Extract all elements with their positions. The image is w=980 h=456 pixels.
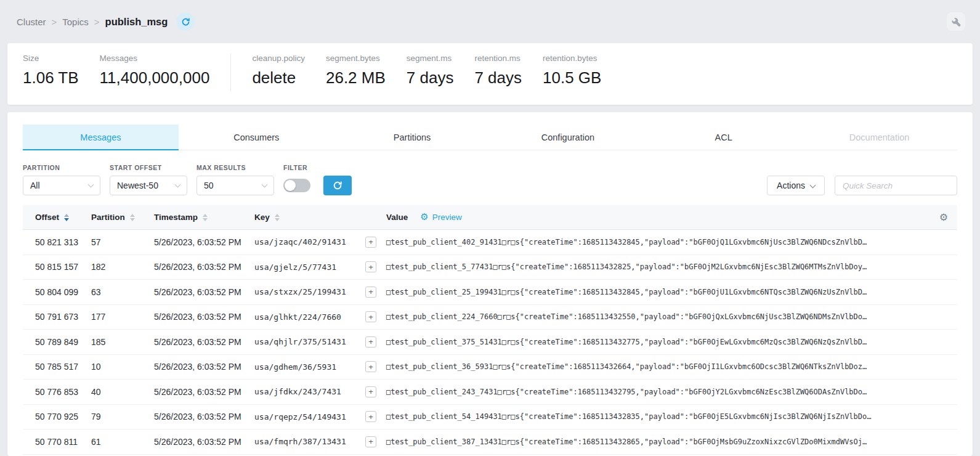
plus-icon: +	[368, 413, 373, 421]
actions-button[interactable]: Actions	[767, 176, 825, 195]
stat-value: 7 days	[474, 68, 522, 88]
key-cell: usa/jzaqc/402/91431 +	[249, 237, 381, 248]
stat-label: segment.ms	[407, 54, 454, 63]
refresh-icon	[333, 181, 342, 190]
expand-key-button[interactable]: +	[365, 287, 376, 298]
stat-messages: Messages 11,400,000,000	[100, 54, 210, 88]
expand-key-button[interactable]: +	[365, 361, 376, 372]
toggle-knob	[285, 180, 296, 191]
preview-button[interactable]: ⚙ Preview	[420, 213, 461, 222]
chevron-down-icon	[175, 181, 181, 187]
tab-configuration[interactable]: Configuration	[490, 124, 646, 150]
expand-key-button[interactable]: +	[365, 261, 376, 272]
plus-icon: +	[368, 263, 373, 271]
key-cell: usa/rqepz/54/149431 +	[249, 411, 381, 422]
offset-cell: 50 791 673	[23, 312, 86, 322]
value-cell: □test_pub_client_36_5931□r□s{"createTime…	[381, 362, 930, 371]
topbar: Cluster > Topics > publish_msg	[0, 0, 980, 43]
column-header-label: Offset	[35, 213, 59, 222]
key-text: usa/glhkt/224/7660	[254, 312, 341, 322]
column-settings-icon[interactable]: ⚙	[939, 213, 948, 222]
offset-cell: 50 815 157	[23, 262, 86, 272]
timestamp-cell: 5/26/2023, 6:03:52 PM	[149, 437, 249, 447]
breadcrumb-cluster[interactable]: Cluster	[17, 17, 46, 27]
timestamp-cell: 5/26/2023, 6:03:52 PM	[149, 412, 249, 421]
actions-button-label: Actions	[777, 181, 805, 190]
tab-acl[interactable]: ACL	[646, 124, 801, 150]
key-cell: usa/stxzx/25/199431 +	[249, 287, 381, 298]
start-offset-select[interactable]: Newest-50	[110, 176, 187, 195]
partition-cell: 61	[86, 437, 149, 447]
stat-segment-ms: segment.ms 7 days	[407, 54, 454, 88]
partition-filter-group: PARTITION All	[23, 164, 100, 195]
expand-key-button[interactable]: +	[365, 386, 376, 397]
table-row[interactable]: 50 804 099 63 5/26/2023, 6:03:52 PM usa/…	[23, 280, 957, 305]
max-results-filter-label: MAX RESULTS	[196, 164, 274, 171]
start-offset-select-value: Newest-50	[117, 181, 158, 190]
table-row[interactable]: 50 789 849 185 5/26/2023, 6:03:52 PM usa…	[23, 330, 957, 355]
stat-label: retention.bytes	[543, 54, 601, 63]
timestamp-cell: 5/26/2023, 6:03:52 PM	[149, 387, 249, 397]
plus-icon: +	[368, 338, 373, 346]
max-results-select[interactable]: 50	[196, 176, 274, 195]
table-row[interactable]: 50 776 853 40 5/26/2023, 6:03:52 PM usa/…	[23, 380, 957, 405]
chevron-down-icon	[262, 181, 268, 187]
key-text: usa/jzaqc/402/91431	[254, 237, 346, 246]
tab-consumers[interactable]: Consumers	[179, 124, 334, 150]
refresh-page-button[interactable]	[176, 12, 195, 31]
tab-partitions[interactable]: Partitions	[334, 124, 490, 150]
breadcrumb-separator: >	[52, 17, 57, 27]
max-results-filter-group: MAX RESULTS 50	[196, 164, 274, 195]
preview-settings-icon: ⚙	[420, 213, 428, 222]
filter-toggle[interactable]	[283, 179, 310, 192]
sort-icon-offset	[64, 214, 69, 221]
breadcrumb-separator: >	[94, 17, 100, 27]
key-cell: usa/qhjlr/375/51431 +	[249, 336, 381, 348]
plus-icon: +	[368, 238, 373, 246]
stat-label: segment.bytes	[326, 54, 386, 63]
expand-key-button[interactable]: +	[365, 411, 376, 422]
stat-label: retention.ms	[474, 54, 522, 63]
column-header-value: Value ⚙ Preview	[381, 213, 930, 222]
column-header-offset[interactable]: Offset	[23, 213, 86, 222]
chevron-down-icon	[810, 182, 816, 188]
max-results-select-value: 50	[204, 181, 214, 190]
message-search-controls: PARTITION All START OFFSET Newest-50 MAX…	[23, 164, 957, 195]
partition-cell: 185	[86, 337, 149, 347]
sort-icon-partition	[130, 214, 135, 221]
quick-search-input[interactable]	[835, 176, 957, 195]
value-cell: □test_pub_client_402_91431□r□s{"createTi…	[381, 238, 930, 246]
partition-select[interactable]: All	[23, 176, 100, 195]
column-header-partition[interactable]: Partition	[86, 213, 149, 222]
preferences-button[interactable]	[947, 12, 965, 31]
tab-messages[interactable]: Messages	[23, 124, 179, 150]
refresh-messages-button[interactable]	[323, 176, 352, 195]
timestamp-cell: 5/26/2023, 6:03:52 PM	[149, 287, 249, 297]
breadcrumb-topics[interactable]: Topics	[62, 17, 89, 27]
offset-cell: 50 770 811	[23, 437, 86, 447]
partition-select-value: All	[30, 181, 40, 190]
table-row[interactable]: 50 785 517 10 5/26/2023, 6:03:52 PM usa/…	[23, 355, 957, 380]
value-cell: □test_pub_client_375_51431□r□s{"createTi…	[381, 338, 930, 346]
expand-key-button[interactable]: +	[365, 436, 376, 447]
expand-key-button[interactable]: +	[365, 336, 376, 348]
column-header-label: Key	[254, 213, 270, 222]
table-row[interactable]: 50 815 157 182 5/26/2023, 6:03:52 PM usa…	[23, 255, 957, 280]
expand-key-button[interactable]: +	[365, 237, 376, 248]
breadcrumb-current-topic: publish_msg	[105, 16, 168, 28]
value-cell: □test_pub_client_5_77431□r□s{"createTime…	[381, 263, 930, 271]
table-row[interactable]: 50 770 925 79 5/26/2023, 6:03:52 PM usa/…	[23, 405, 957, 430]
sort-icon-key	[275, 214, 280, 221]
table-row[interactable]: 50 821 313 57 5/26/2023, 6:03:52 PM usa/…	[23, 230, 957, 255]
sync-icon	[181, 17, 190, 26]
table-row[interactable]: 50 791 673 177 5/26/2023, 6:03:52 PM usa…	[23, 305, 957, 330]
column-header-timestamp[interactable]: Timestamp	[149, 213, 249, 222]
wrench-icon	[951, 17, 961, 26]
plus-icon: +	[368, 388, 373, 396]
partition-cell: 63	[86, 287, 149, 297]
stat-value: 26.2 MB	[326, 68, 386, 88]
expand-key-button[interactable]: +	[365, 311, 376, 322]
column-header-key[interactable]: Key	[249, 213, 381, 222]
table-row[interactable]: 50 770 811 61 5/26/2023, 6:03:52 PM usa/…	[23, 430, 957, 455]
timestamp-cell: 5/26/2023, 6:03:52 PM	[149, 362, 249, 372]
